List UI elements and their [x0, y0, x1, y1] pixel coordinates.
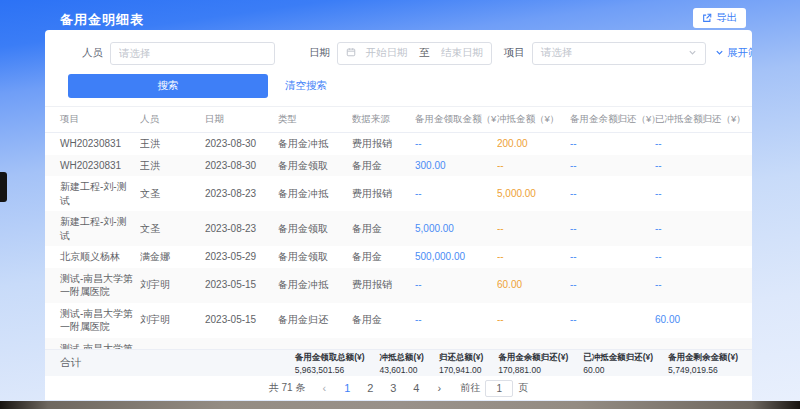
table-cell: 2023-05-15	[205, 268, 278, 303]
table-cell: --	[497, 155, 570, 177]
table-cell: --	[655, 268, 752, 303]
content-card: 人员 日期 开始日期 至 结束日期 项目 请选择	[45, 30, 752, 400]
table-cell: 5,000.00	[415, 211, 497, 246]
table-cell: 备用金	[352, 211, 415, 246]
table-cell: 60.00	[497, 268, 570, 303]
table-cell: 2023-08-30	[205, 155, 278, 177]
action-bar: 搜索 清空搜索	[68, 74, 752, 98]
pagination-bar: 共 71 条 ‹ 1234 › 前往 页	[45, 376, 752, 400]
summary-stat-value: 5,963,501.56	[295, 365, 365, 375]
table-cell: 60.00	[655, 303, 752, 338]
table-cell: --	[415, 133, 497, 155]
chevron-down-icon	[715, 47, 724, 59]
column-header: 已冲抵金额归还（¥）	[655, 107, 752, 133]
table-cell: 2023-05-15	[205, 303, 278, 338]
table-cell: 测试-南昌大学第一附属医院	[45, 268, 140, 303]
summary-total-label: 合计	[60, 356, 81, 370]
summary-stat-label: 备用金剩余金额(¥)	[668, 352, 738, 364]
table-row[interactable]: WH20230831王洪2023-08-30备用金冲抵费用报销--200.00-…	[45, 133, 752, 155]
summary-stat: 备用金余额归还(¥)170,881.00	[498, 352, 568, 375]
table-cell: 备用金冲抵	[278, 133, 352, 155]
table-cell: 文圣	[140, 211, 205, 246]
date-filter-label: 日期	[309, 46, 330, 60]
summary-stat-value: 60.00	[583, 365, 653, 375]
summary-stat-value: 43,601.00	[380, 365, 424, 375]
table-cell: 备用金	[352, 338, 415, 350]
summary-stat-value: 5,749,019.56	[668, 365, 738, 375]
summary-stat-label: 归还总额(¥)	[439, 352, 483, 364]
summary-stat: 备用金领取总额(¥)5,963,501.56	[295, 352, 365, 375]
table-row[interactable]: WH20230831王洪2023-08-30备用金领取备用金300.00----…	[45, 155, 752, 177]
person-select-input[interactable]	[110, 42, 275, 65]
table-cell: 备用金	[352, 246, 415, 268]
page-number-button[interactable]: 3	[385, 380, 401, 396]
summary-stat-label: 冲抵总额(¥)	[380, 352, 424, 364]
summary-stat: 冲抵总额(¥)43,601.00	[380, 352, 424, 375]
table-cell: 200.00	[497, 133, 570, 155]
table-body: WH20230831王洪2023-08-30备用金冲抵费用报销--200.00-…	[45, 133, 752, 350]
date-range-input[interactable]: 开始日期 至 结束日期	[337, 42, 492, 65]
page-title: 备用金明细表	[60, 11, 144, 29]
table-cell: 2023-08-30	[205, 133, 278, 155]
summary-stat-value: 170,941.00	[439, 365, 483, 375]
page-number-button[interactable]: 4	[408, 380, 424, 396]
table-row[interactable]: 测试-南昌大学第一附属医院邵梦泽2023-04-20备用金领取备用金500.00…	[45, 338, 752, 350]
goto-page-input[interactable]	[485, 380, 513, 397]
table-cell: WH20230831	[45, 133, 140, 155]
table-cell: --	[497, 246, 570, 268]
export-icon	[702, 13, 712, 23]
table-row[interactable]: 北京顺义杨林满金娜2023-05-29备用金领取备用金500,000.00---…	[45, 246, 752, 268]
table-cell: 300.00	[415, 155, 497, 177]
table-cell: 500.00	[415, 338, 497, 350]
pagination-total: 共 71 条	[269, 381, 306, 395]
table-row[interactable]: 测试-南昌大学第一附属医院刘宇明2023-05-15备用金冲抵费用报销--60.…	[45, 268, 752, 303]
summary-stat-label: 备用金余额归还(¥)	[498, 352, 568, 364]
table-cell: 邵梦泽	[140, 338, 205, 350]
next-page-button[interactable]: ›	[431, 380, 447, 396]
clear-search-link[interactable]: 清空搜索	[285, 79, 327, 93]
goto-page-label: 前往	[460, 381, 480, 395]
side-drawer-handle[interactable]	[0, 172, 7, 202]
table-cell: 备用金归还	[278, 303, 352, 338]
table-cell: 2023-08-23	[205, 176, 278, 211]
data-table: 项目人员日期类型数据来源备用金领取金额（¥）冲抵金额（¥）备用金余额归还（¥）已…	[45, 107, 752, 349]
summary-stat-label: 已冲抵金额归还(¥)	[583, 352, 653, 364]
table-row[interactable]: 新建工程-刘-测试文圣2023-08-23备用金领取备用金5,000.00---…	[45, 211, 752, 246]
person-filter-label: 人员	[82, 46, 103, 60]
table-cell: 5,000.00	[497, 176, 570, 211]
data-table-container[interactable]: 项目人员日期类型数据来源备用金领取金额（¥）冲抵金额（¥）备用金余额归还（¥）已…	[45, 106, 752, 349]
table-cell: 王洪	[140, 133, 205, 155]
export-button[interactable]: 导出	[693, 8, 746, 28]
column-header: 日期	[205, 107, 278, 133]
table-cell: --	[497, 211, 570, 246]
column-header: 人员	[140, 107, 205, 133]
expand-filters-link[interactable]: 展开筛选	[715, 46, 752, 60]
table-cell: 新建工程-刘-测试	[45, 211, 140, 246]
table-cell: 费用报销	[352, 268, 415, 303]
table-cell: --	[570, 133, 655, 155]
expand-filters-label: 展开筛选	[727, 46, 752, 60]
table-row[interactable]: 新建工程-刘-测试文圣2023-08-23备用金冲抵费用报销--5,000.00…	[45, 176, 752, 211]
summary-stats: 备用金领取总额(¥)5,963,501.56冲抵总额(¥)43,601.00归还…	[295, 352, 738, 375]
table-row[interactable]: 测试-南昌大学第一附属医院刘宇明2023-05-15备用金归还备用金------…	[45, 303, 752, 338]
search-button[interactable]: 搜索	[68, 74, 268, 98]
table-cell: 刘宇明	[140, 303, 205, 338]
table-cell: 500,000.00	[415, 246, 497, 268]
goto-page-suffix: 页	[518, 381, 528, 395]
table-cell: 2023-04-20	[205, 338, 278, 350]
table-cell: --	[497, 338, 570, 350]
table-cell: 备用金	[352, 303, 415, 338]
page-number-button[interactable]: 1	[339, 380, 355, 396]
page-number-button[interactable]: 2	[362, 380, 378, 396]
table-cell: 备用金	[352, 155, 415, 177]
project-select[interactable]: 请选择	[532, 42, 706, 65]
date-end-placeholder: 结束日期	[441, 46, 483, 60]
table-cell: 满金娜	[140, 246, 205, 268]
table-cell: 刘宇明	[140, 268, 205, 303]
summary-stat: 已冲抵金额归还(¥)60.00	[583, 352, 653, 375]
column-header: 数据来源	[352, 107, 415, 133]
table-cell: 测试-南昌大学第一附属医院	[45, 303, 140, 338]
prev-page-button[interactable]: ‹	[316, 380, 332, 396]
table-cell: 2023-08-23	[205, 211, 278, 246]
table-cell: 费用报销	[352, 176, 415, 211]
